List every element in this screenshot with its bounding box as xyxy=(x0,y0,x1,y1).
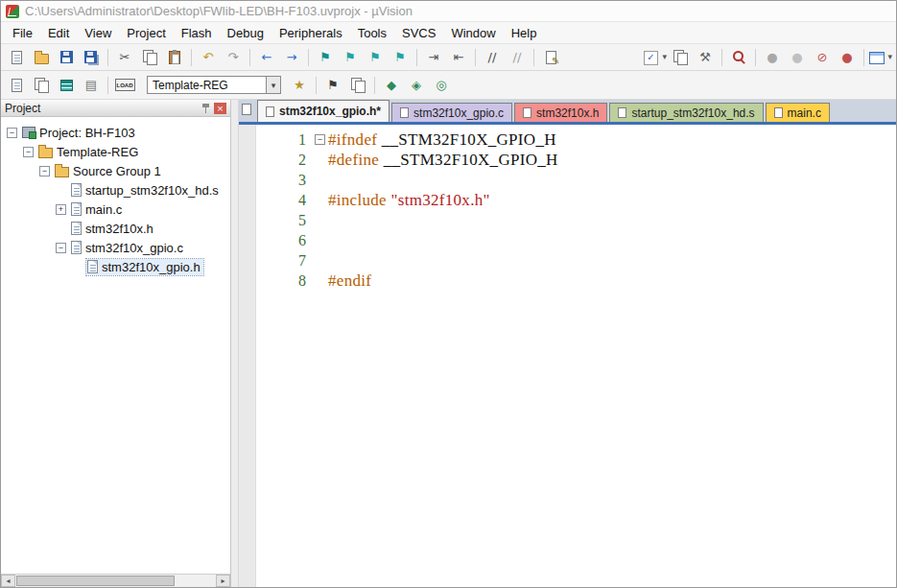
options-for-target-button[interactable]: ★ xyxy=(287,74,312,97)
tab-stm32f10x-h[interactable]: stm32f10x.h xyxy=(514,103,607,122)
bookmark-flag-icon: ⚑ xyxy=(319,51,331,63)
menu-item-help[interactable]: Help xyxy=(504,23,545,43)
code-editor[interactable]: 1−#ifndef __STM32F10X_GPIO_H2#define __S… xyxy=(256,125,896,587)
menu-item-view[interactable]: View xyxy=(77,23,119,43)
code-line: 6 xyxy=(256,230,896,250)
comment-selection-button[interactable]: // xyxy=(480,46,505,69)
find-in-files-button[interactable] xyxy=(668,46,693,69)
indent-button[interactable]: ⇥ xyxy=(421,46,446,69)
tree-node: Project: BH-F103 xyxy=(21,125,138,141)
new-file-button[interactable] xyxy=(4,46,29,69)
line-number: 8 xyxy=(256,272,312,290)
translate-file-button[interactable] xyxy=(4,74,29,97)
pin-icon[interactable] xyxy=(201,103,210,114)
translate-doc-icon xyxy=(12,79,22,92)
uncomment-icon: // xyxy=(513,51,522,63)
pack-installer-button[interactable]: ◎ xyxy=(429,74,454,97)
panel-splitter[interactable] xyxy=(231,100,239,587)
target-select[interactable]: Template-REG▾ xyxy=(147,76,281,94)
tab-main-c[interactable]: main.c xyxy=(766,103,830,122)
close-icon[interactable]: × xyxy=(214,103,226,114)
scroll-left-button[interactable]: ◂ xyxy=(1,575,15,587)
enable-breakpoint-button[interactable]: ● xyxy=(785,46,810,69)
scroll-thumb[interactable] xyxy=(16,576,175,586)
toolbar-separator xyxy=(475,49,476,66)
breakpoint-margin[interactable] xyxy=(239,125,256,587)
collapse-icon[interactable]: − xyxy=(23,147,34,157)
menu-item-file[interactable]: File xyxy=(5,23,40,43)
collapse-icon[interactable]: − xyxy=(39,166,50,176)
menu-item-flash[interactable]: Flash xyxy=(174,23,220,43)
file-icon xyxy=(71,241,82,254)
toolbar-separator xyxy=(191,49,192,66)
menu-item-tools[interactable]: Tools xyxy=(350,23,394,43)
find-options-button[interactable] xyxy=(643,46,668,69)
previous-bookmark-button[interactable]: ⚑ xyxy=(338,46,363,69)
menu-item-svcs[interactable]: SVCS xyxy=(394,23,443,43)
code-line: 5 xyxy=(256,210,896,230)
fold-collapse-icon[interactable]: − xyxy=(315,134,325,145)
window-layout-button[interactable] xyxy=(868,46,893,69)
line-number: 5 xyxy=(256,212,312,229)
tree-item-source-group-1[interactable]: −Source Group 1 xyxy=(1,161,230,180)
kill-all-breakpoints-button[interactable]: ● xyxy=(835,46,860,69)
search-button[interactable] xyxy=(726,46,751,69)
menu-item-debug[interactable]: Debug xyxy=(220,23,271,43)
tree-item-startup-stm32f10x-hd-s[interactable]: startup_stm32f10x_hd.s xyxy=(1,180,230,200)
menu-item-window[interactable]: Window xyxy=(443,23,503,43)
save-all-button[interactable] xyxy=(79,46,104,69)
undo-button[interactable]: ↶ xyxy=(196,46,221,69)
tools-hammer-button[interactable]: ⚒ xyxy=(693,46,718,69)
navigate-back-button[interactable]: ← xyxy=(254,46,279,69)
tree-item-project-bh-f103[interactable]: −Project: BH-F103 xyxy=(1,123,230,142)
expand-icon[interactable]: + xyxy=(56,204,66,215)
tab-stm32f10x-gpio-c[interactable]: stm32f10x_gpio.c xyxy=(391,103,512,122)
manage-project-items-button[interactable] xyxy=(345,74,370,97)
tree-node: main.c xyxy=(70,201,125,218)
code-text: #define __STM32F10X_GPIO_H xyxy=(328,151,558,170)
cut-button[interactable]: ✂ xyxy=(112,46,137,69)
insert-template-button[interactable] xyxy=(538,46,563,69)
copy-button[interactable] xyxy=(137,46,162,69)
disable-all-breakpoints-button[interactable]: ⊘ xyxy=(810,46,835,69)
next-bookmark-button[interactable]: ⚑ xyxy=(363,46,388,69)
menu-item-edit[interactable]: Edit xyxy=(40,23,77,43)
menu-item-peripherals[interactable]: Peripherals xyxy=(271,23,350,43)
tab-startup-stm32f10x-hd-s[interactable]: startup_stm32f10x_hd.s xyxy=(609,103,763,122)
clear-bookmarks-button[interactable]: ⚑ xyxy=(388,46,413,69)
tree-item-template-reg[interactable]: −Template-REG xyxy=(1,142,230,161)
redo-button[interactable]: ↷ xyxy=(221,46,246,69)
rebuild-all-button[interactable] xyxy=(54,74,79,97)
line-number: 3 xyxy=(256,172,312,189)
toggle-bookmark-button[interactable]: ⚑ xyxy=(313,46,338,69)
line-number: 4 xyxy=(256,192,312,209)
insert-breakpoint-button[interactable]: ● xyxy=(760,46,785,69)
tab-stm32f10x-gpio-h[interactable]: stm32f10x_gpio.h* xyxy=(257,100,389,122)
build-target-button[interactable] xyxy=(29,74,54,97)
navigate-forward-button[interactable]: → xyxy=(279,46,304,69)
update-components-button[interactable]: ◈ xyxy=(404,74,429,97)
chevron-down-icon[interactable]: ▾ xyxy=(266,77,280,93)
bookmark-next-icon: ⚑ xyxy=(369,51,381,63)
document-icon xyxy=(618,107,626,118)
paste-button[interactable] xyxy=(162,46,187,69)
outdent-button[interactable]: ⇤ xyxy=(446,46,471,69)
manage-runtime-environment-button[interactable]: ◆ xyxy=(379,74,404,97)
uncomment-selection-button[interactable]: // xyxy=(505,46,530,69)
tree-item-stm32f10x-gpio-h[interactable]: stm32f10x_gpio.h xyxy=(1,257,230,276)
tree-item-main-c[interactable]: +main.c xyxy=(1,200,230,219)
tree-item-stm32f10x-h[interactable]: stm32f10x.h xyxy=(1,219,230,238)
open-file-button[interactable] xyxy=(29,46,54,69)
scroll-right-button[interactable]: ▸ xyxy=(216,575,230,587)
target-select-value: Template-REG xyxy=(148,79,266,92)
project-flag-button[interactable]: ⚑ xyxy=(320,74,345,97)
scroll-track[interactable] xyxy=(15,575,216,587)
save-button[interactable] xyxy=(54,46,79,69)
collapse-icon[interactable]: − xyxy=(7,128,17,138)
collapse-icon[interactable]: − xyxy=(56,243,66,253)
menu-item-project[interactable]: Project xyxy=(119,23,173,43)
batch-build-button[interactable]: ▤ xyxy=(79,74,104,97)
download-to-flash-button[interactable]: LOAD xyxy=(112,74,137,97)
tree-item-stm32f10x-gpio-c[interactable]: −stm32f10x_gpio.c xyxy=(1,238,230,257)
code-text: #include "stm32f10x.h" xyxy=(328,191,490,210)
